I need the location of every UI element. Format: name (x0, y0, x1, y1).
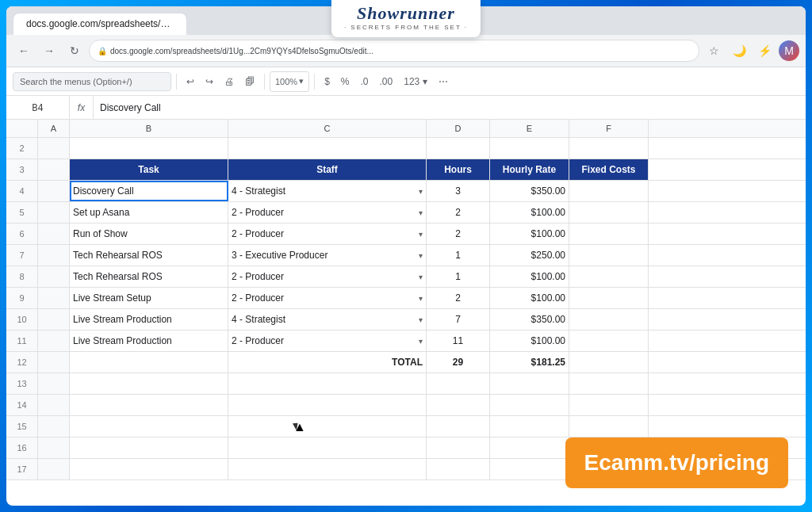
redo-button[interactable]: ↪ (201, 71, 218, 92)
cell-staff-9[interactable]: 2 - Producer ▾ (228, 288, 427, 308)
cell-rate-7[interactable]: $250.00 (490, 245, 569, 266)
cell-fixed-5[interactable] (569, 202, 649, 223)
extensions-button[interactable]: ⚡ (753, 40, 776, 62)
forward-button[interactable]: → (38, 40, 60, 62)
cell-task-5[interactable]: Set up Asana (70, 202, 228, 223)
cell-task-6[interactable]: Run of Show (70, 224, 228, 244)
cell-a6[interactable] (38, 224, 70, 244)
paint-format-button[interactable]: 🗐 (240, 71, 259, 92)
currency-button[interactable]: $ (320, 71, 335, 92)
cell-task-11[interactable]: Live Stream Production (70, 331, 228, 351)
cell-total-rate[interactable]: $181.25 (490, 352, 569, 373)
cell-a7[interactable] (38, 245, 70, 266)
col-header-c[interactable]: C (228, 120, 427, 137)
formula-input[interactable] (94, 96, 806, 119)
more-options-button[interactable]: ⋯ (434, 71, 453, 92)
cell-task-10[interactable]: Live Stream Production (70, 309, 228, 330)
undo-button[interactable]: ↩ (182, 71, 199, 92)
cell-staff-11[interactable]: 2 - Producer ▾ (228, 331, 427, 351)
back-button[interactable]: ← (13, 40, 35, 62)
cell-task-9[interactable]: Live Stream Setup (70, 288, 228, 308)
zoom-control[interactable]: 100% ▾ (270, 71, 309, 92)
cell-total-hours[interactable]: 29 (427, 352, 490, 373)
bookmark-button[interactable]: ☆ (703, 40, 725, 62)
cell-reference[interactable]: B4 (6, 96, 70, 119)
cell-b12[interactable] (70, 352, 228, 373)
cell-task-4[interactable]: Discovery Call (70, 181, 228, 201)
cell-hourlyrate-header[interactable]: Hourly Rate (490, 159, 569, 180)
cell-fixed-9[interactable] (569, 288, 649, 308)
cell-hours-6[interactable]: 2 (427, 224, 490, 244)
col-header-f[interactable]: F (569, 120, 649, 137)
cell-rate-5[interactable]: $100.00 (490, 202, 569, 223)
table-row: 2 (6, 138, 806, 159)
profile-avatar[interactable]: M (779, 40, 799, 61)
cell-rate-6[interactable]: $100.00 (490, 224, 569, 244)
search-menus-input[interactable]: Search the menus (Option+/) (13, 72, 171, 91)
cell-a9[interactable] (38, 288, 70, 308)
cell-e2[interactable] (490, 138, 569, 159)
extension-button[interactable]: 🌙 (728, 40, 750, 62)
cell-hours-5[interactable]: 2 (427, 202, 490, 223)
cell-staff-4[interactable]: 4 - Strategist ▾ (228, 181, 427, 201)
cell-a5[interactable] (38, 202, 70, 223)
cell-staff-10[interactable]: 4 - Strategist ▾ (228, 309, 427, 330)
cell-a11[interactable] (38, 331, 70, 351)
cell-f2[interactable] (569, 138, 649, 159)
col-header-d[interactable]: D (427, 120, 490, 137)
more-formats-button[interactable]: 123 ▾ (399, 71, 431, 92)
cell-staff-header[interactable]: Staff (228, 159, 427, 180)
cell-staff-8[interactable]: 2 - Producer ▾ (228, 266, 427, 287)
cell-task-7[interactable]: Tech Rehearsal ROS (70, 245, 228, 266)
col-header-e[interactable]: E (490, 120, 569, 137)
cell-fixed-7[interactable] (569, 245, 649, 266)
cell-total-label[interactable]: TOTAL (228, 352, 427, 373)
percent-button[interactable]: % (336, 71, 354, 92)
cell-c2[interactable] (228, 138, 427, 159)
cell-d2[interactable] (427, 138, 490, 159)
cell-task-header[interactable]: Task (70, 159, 228, 180)
cell-rate-8[interactable]: $100.00 (490, 266, 569, 287)
address-bar[interactable]: 🔒 docs.google.com/spreadsheets/d/1Ug...2… (89, 40, 699, 62)
cell-hours-10[interactable]: 7 (427, 309, 490, 330)
decimal-less-button[interactable]: .0 (356, 71, 373, 92)
toolbar-divider-1 (176, 74, 177, 90)
cell-rate-11[interactable]: $100.00 (490, 331, 569, 351)
cell-staff-5[interactable]: 2 - Producer ▾ (228, 202, 427, 223)
print-button[interactable]: 🖨 (220, 71, 239, 92)
cell-staff-6[interactable]: 2 - Producer ▾ (228, 224, 427, 244)
refresh-button[interactable]: ↻ (63, 40, 86, 62)
cell-hours-8[interactable]: 1 (427, 266, 490, 287)
cell-b2[interactable] (70, 138, 228, 159)
cell-fixed-11[interactable] (569, 331, 649, 351)
row-number: 7 (6, 245, 38, 266)
cell-a12[interactable] (38, 352, 70, 373)
decimal-more-button[interactable]: .00 (375, 71, 398, 92)
cell-rate-4[interactable]: $350.00 (490, 181, 569, 201)
cell-fixed-10[interactable] (569, 309, 649, 330)
col-header-a[interactable]: A (38, 120, 70, 137)
cell-rate-10[interactable]: $350.00 (490, 309, 569, 330)
dropdown-arrow: ▾ (419, 294, 423, 303)
cell-fixedcosts-header[interactable]: Fixed Costs (569, 159, 649, 180)
cell-a10[interactable] (38, 309, 70, 330)
cell-hours-9[interactable]: 2 (427, 288, 490, 308)
cell-a3[interactable] (38, 159, 70, 180)
cell-hours-4[interactable]: 3 (427, 181, 490, 201)
cell-hours-header[interactable]: Hours (427, 159, 490, 180)
cell-total-fixed[interactable] (569, 352, 649, 373)
cell-fixed-6[interactable] (569, 224, 649, 244)
col-header-b[interactable]: B (70, 120, 228, 137)
cell-a2[interactable] (38, 138, 70, 159)
table-row: 6 Run of Show 2 - Producer ▾ 2 $100.00 (6, 224, 806, 245)
cell-fixed-4[interactable] (569, 181, 649, 201)
cell-staff-7[interactable]: 3 - Executive Producer ▾ (228, 245, 427, 266)
cell-a4[interactable] (38, 181, 70, 201)
cell-fixed-8[interactable] (569, 266, 649, 287)
active-tab[interactable]: docs.google.com/spreadsheets/d/1Ug... (13, 13, 187, 35)
cell-rate-9[interactable]: $100.00 (490, 288, 569, 308)
cell-task-8[interactable]: Tech Rehearsal ROS (70, 266, 228, 287)
cell-hours-7[interactable]: 1 (427, 245, 490, 266)
cell-hours-11[interactable]: 11 (427, 331, 490, 351)
cell-a8[interactable] (38, 266, 70, 287)
